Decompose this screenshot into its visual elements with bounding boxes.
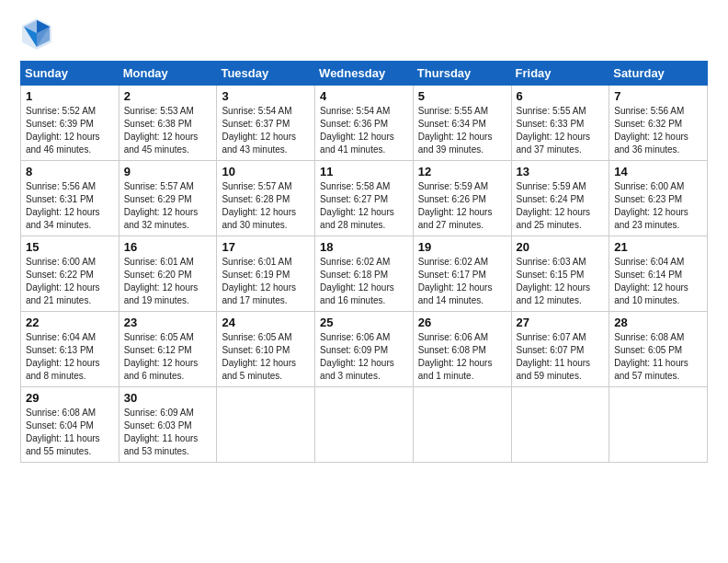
calendar-cell: 9Sunrise: 5:57 AM Sunset: 6:29 PM Daylig… <box>119 161 217 236</box>
day-info: Sunrise: 6:06 AM Sunset: 6:09 PM Dayligh… <box>320 331 408 383</box>
day-number: 27 <box>517 316 605 329</box>
day-info: Sunrise: 5:57 AM Sunset: 6:28 PM Dayligh… <box>222 180 310 232</box>
day-number: 11 <box>320 165 408 178</box>
day-number: 12 <box>418 165 506 178</box>
day-info: Sunrise: 6:01 AM Sunset: 6:20 PM Dayligh… <box>124 256 212 307</box>
day-info: Sunrise: 5:53 AM Sunset: 6:38 PM Dayligh… <box>124 105 212 156</box>
calendar-cell <box>315 387 414 463</box>
calendar-cell: 6Sunrise: 5:55 AM Sunset: 6:33 PM Daylig… <box>511 86 609 161</box>
day-number: 8 <box>26 165 114 178</box>
day-info: Sunrise: 6:08 AM Sunset: 6:05 PM Dayligh… <box>614 331 702 383</box>
day-info: Sunrise: 6:00 AM Sunset: 6:22 PM Dayligh… <box>26 256 114 307</box>
day-number: 6 <box>517 89 605 103</box>
calendar-cell: 4Sunrise: 5:54 AM Sunset: 6:36 PM Daylig… <box>315 86 414 161</box>
calendar-cell: 15Sunrise: 6:00 AM Sunset: 6:22 PM Dayli… <box>21 236 119 312</box>
day-number: 29 <box>26 391 114 405</box>
day-number: 13 <box>517 165 605 178</box>
weekday-header-cell: Thursday <box>413 62 511 86</box>
calendar-cell: 28Sunrise: 6:08 AM Sunset: 6:05 PM Dayli… <box>609 312 708 387</box>
calendar-cell: 2Sunrise: 5:53 AM Sunset: 6:38 PM Daylig… <box>119 86 217 161</box>
calendar-cell: 24Sunrise: 6:05 AM Sunset: 6:10 PM Dayli… <box>217 312 315 387</box>
day-number: 26 <box>418 316 506 329</box>
day-info: Sunrise: 6:00 AM Sunset: 6:23 PM Dayligh… <box>614 180 702 232</box>
day-info: Sunrise: 5:52 AM Sunset: 6:39 PM Dayligh… <box>26 105 114 156</box>
day-number: 7 <box>614 89 702 103</box>
day-info: Sunrise: 6:01 AM Sunset: 6:19 PM Dayligh… <box>222 256 310 307</box>
day-number: 18 <box>320 240 408 254</box>
day-info: Sunrise: 6:04 AM Sunset: 6:14 PM Dayligh… <box>614 256 702 307</box>
calendar-cell <box>609 387 708 463</box>
calendar-cell: 1Sunrise: 5:52 AM Sunset: 6:39 PM Daylig… <box>21 86 119 161</box>
calendar-cell: 8Sunrise: 5:56 AM Sunset: 6:31 PM Daylig… <box>21 161 119 236</box>
day-info: Sunrise: 5:55 AM Sunset: 6:34 PM Dayligh… <box>418 105 506 156</box>
calendar-week-row: 1Sunrise: 5:52 AM Sunset: 6:39 PM Daylig… <box>21 86 708 161</box>
day-info: Sunrise: 5:54 AM Sunset: 6:37 PM Dayligh… <box>222 105 310 156</box>
calendar-cell: 12Sunrise: 5:59 AM Sunset: 6:26 PM Dayli… <box>413 161 511 236</box>
day-info: Sunrise: 6:04 AM Sunset: 6:13 PM Dayligh… <box>26 331 114 383</box>
day-info: Sunrise: 5:56 AM Sunset: 6:31 PM Dayligh… <box>26 180 114 232</box>
calendar-cell: 26Sunrise: 6:06 AM Sunset: 6:08 PM Dayli… <box>413 312 511 387</box>
day-number: 10 <box>222 165 310 178</box>
header <box>20 17 708 53</box>
calendar-cell: 11Sunrise: 5:58 AM Sunset: 6:27 PM Dayli… <box>315 161 414 236</box>
day-number: 23 <box>124 316 212 329</box>
calendar-cell: 3Sunrise: 5:54 AM Sunset: 6:37 PM Daylig… <box>217 86 315 161</box>
day-number: 25 <box>320 316 408 329</box>
day-number: 17 <box>222 240 310 254</box>
calendar-cell: 18Sunrise: 6:02 AM Sunset: 6:18 PM Dayli… <box>315 236 414 312</box>
calendar-body: 1Sunrise: 5:52 AM Sunset: 6:39 PM Daylig… <box>21 86 708 463</box>
day-number: 16 <box>124 240 212 254</box>
calendar-cell: 5Sunrise: 5:55 AM Sunset: 6:34 PM Daylig… <box>413 86 511 161</box>
calendar-cell: 13Sunrise: 5:59 AM Sunset: 6:24 PM Dayli… <box>511 161 609 236</box>
day-info: Sunrise: 5:57 AM Sunset: 6:29 PM Dayligh… <box>124 180 212 232</box>
day-number: 30 <box>124 391 212 405</box>
calendar-cell: 16Sunrise: 6:01 AM Sunset: 6:20 PM Dayli… <box>119 236 217 312</box>
day-number: 19 <box>418 240 506 254</box>
weekday-header-cell: Wednesday <box>315 62 414 86</box>
day-info: Sunrise: 6:08 AM Sunset: 6:04 PM Dayligh… <box>26 407 114 458</box>
day-info: Sunrise: 5:56 AM Sunset: 6:32 PM Dayligh… <box>614 105 702 156</box>
day-info: Sunrise: 5:54 AM Sunset: 6:36 PM Dayligh… <box>320 105 408 156</box>
day-number: 24 <box>222 316 310 329</box>
weekday-header-row: SundayMondayTuesdayWednesdayThursdayFrid… <box>21 62 708 86</box>
day-info: Sunrise: 6:05 AM Sunset: 6:10 PM Dayligh… <box>222 331 310 383</box>
day-number: 22 <box>26 316 114 329</box>
calendar-cell: 27Sunrise: 6:07 AM Sunset: 6:07 PM Dayli… <box>511 312 609 387</box>
day-number: 9 <box>124 165 212 178</box>
calendar-cell: 7Sunrise: 5:56 AM Sunset: 6:32 PM Daylig… <box>609 86 708 161</box>
calendar-cell: 25Sunrise: 6:06 AM Sunset: 6:09 PM Dayli… <box>315 312 414 387</box>
weekday-header-cell: Tuesday <box>217 62 315 86</box>
logo-icon <box>20 17 53 53</box>
logo <box>20 17 55 53</box>
calendar-cell: 30Sunrise: 6:09 AM Sunset: 6:03 PM Dayli… <box>119 387 217 463</box>
calendar-cell: 21Sunrise: 6:04 AM Sunset: 6:14 PM Dayli… <box>609 236 708 312</box>
day-info: Sunrise: 6:02 AM Sunset: 6:17 PM Dayligh… <box>418 256 506 307</box>
calendar-week-row: 15Sunrise: 6:00 AM Sunset: 6:22 PM Dayli… <box>21 236 708 312</box>
calendar-cell: 17Sunrise: 6:01 AM Sunset: 6:19 PM Dayli… <box>217 236 315 312</box>
calendar-cell: 14Sunrise: 6:00 AM Sunset: 6:23 PM Dayli… <box>609 161 708 236</box>
calendar-table: SundayMondayTuesdayWednesdayThursdayFrid… <box>20 61 708 463</box>
day-info: Sunrise: 5:59 AM Sunset: 6:24 PM Dayligh… <box>517 180 605 232</box>
calendar-cell: 23Sunrise: 6:05 AM Sunset: 6:12 PM Dayli… <box>119 312 217 387</box>
day-number: 28 <box>614 316 702 329</box>
calendar-cell: 22Sunrise: 6:04 AM Sunset: 6:13 PM Dayli… <box>21 312 119 387</box>
weekday-header-cell: Friday <box>511 62 609 86</box>
day-number: 14 <box>614 165 702 178</box>
calendar-week-row: 29Sunrise: 6:08 AM Sunset: 6:04 PM Dayli… <box>21 387 708 463</box>
calendar-cell: 29Sunrise: 6:08 AM Sunset: 6:04 PM Dayli… <box>21 387 119 463</box>
day-info: Sunrise: 5:59 AM Sunset: 6:26 PM Dayligh… <box>418 180 506 232</box>
day-info: Sunrise: 6:09 AM Sunset: 6:03 PM Dayligh… <box>124 407 212 458</box>
weekday-header-cell: Sunday <box>21 62 119 86</box>
calendar-cell: 20Sunrise: 6:03 AM Sunset: 6:15 PM Dayli… <box>511 236 609 312</box>
calendar-cell <box>217 387 315 463</box>
day-info: Sunrise: 5:58 AM Sunset: 6:27 PM Dayligh… <box>320 180 408 232</box>
day-number: 4 <box>320 89 408 103</box>
day-number: 2 <box>124 89 212 103</box>
day-info: Sunrise: 6:07 AM Sunset: 6:07 PM Dayligh… <box>517 331 605 383</box>
day-number: 21 <box>614 240 702 254</box>
calendar-cell: 19Sunrise: 6:02 AM Sunset: 6:17 PM Dayli… <box>413 236 511 312</box>
day-number: 5 <box>418 89 506 103</box>
day-number: 3 <box>222 89 310 103</box>
calendar-week-row: 8Sunrise: 5:56 AM Sunset: 6:31 PM Daylig… <box>21 161 708 236</box>
day-info: Sunrise: 6:05 AM Sunset: 6:12 PM Dayligh… <box>124 331 212 383</box>
